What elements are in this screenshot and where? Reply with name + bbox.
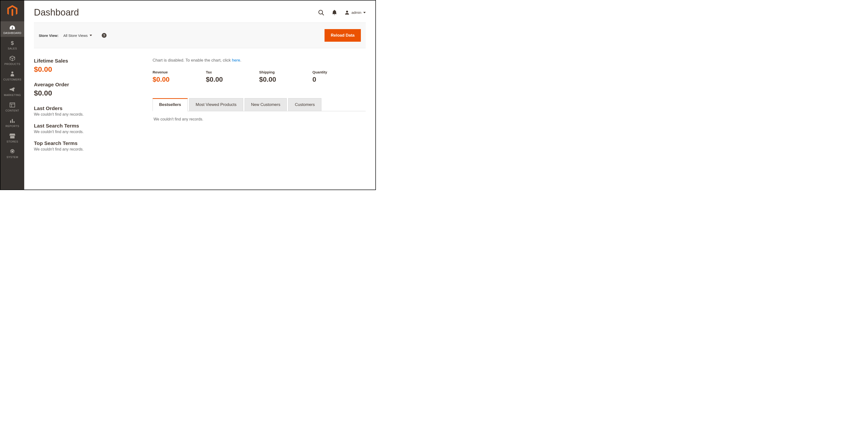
storefront-icon	[9, 133, 15, 139]
average-order-title: Average Order	[34, 82, 143, 88]
chart-notice-suffix: .	[240, 58, 242, 62]
total-quantity-label: Quantity	[312, 70, 366, 74]
bar-chart-icon	[10, 117, 15, 124]
dashboard-left-column: Lifetime Sales $0.00 Average Order $0.00…	[34, 58, 143, 158]
gear-icon	[10, 148, 15, 155]
svg-point-4	[319, 10, 322, 14]
tab-content-empty: We couldn't find any records.	[153, 111, 366, 127]
header-actions: admin	[318, 9, 366, 16]
magento-logo[interactable]	[0, 0, 24, 21]
megaphone-icon	[9, 86, 16, 93]
page-header: Dashboard admin	[34, 0, 366, 23]
total-shipping-label: Shipping	[259, 70, 312, 74]
tab-most-viewed-products[interactable]: Most Viewed Products	[189, 98, 243, 111]
last-search-terms-block: Last Search Terms We couldn't find any r…	[34, 123, 143, 134]
average-order-block: Average Order $0.00	[34, 82, 143, 97]
nav-dashboard[interactable]: DASHBOARD	[0, 21, 24, 37]
last-orders-block: Last Orders We couldn't find any records…	[34, 106, 143, 117]
nav-sales-label: SALES	[8, 47, 17, 50]
total-shipping: Shipping $0.00	[259, 70, 312, 83]
chart-notice-text: Chart is disabled. To enable the chart, …	[153, 58, 232, 62]
top-search-terms-block: Top Search Terms We couldn't find any re…	[34, 140, 143, 151]
dashboard-right-column: Chart is disabled. To enable the chart, …	[153, 58, 366, 158]
nav-products-label: PRODUCTS	[4, 62, 20, 65]
svg-text:$: $	[11, 40, 14, 46]
nav-marketing[interactable]: MARKETING	[0, 83, 24, 99]
nav-products[interactable]: PRODUCTS	[0, 52, 24, 68]
tab-new-customers[interactable]: New Customers	[245, 98, 287, 111]
top-search-terms-empty: We couldn't find any records.	[34, 147, 143, 151]
nav-marketing-label: MARKETING	[4, 94, 21, 96]
person-icon	[10, 71, 14, 77]
total-tax: Tax $0.00	[206, 70, 259, 83]
last-orders-title: Last Orders	[34, 106, 143, 111]
total-revenue-value: $0.00	[153, 76, 206, 83]
last-search-terms-empty: We couldn't find any records.	[34, 130, 143, 134]
nav-dashboard-label: DASHBOARD	[3, 31, 21, 34]
totals-row: Revenue $0.00 Tax $0.00 Shipping $0.00 Q…	[153, 70, 366, 83]
nav-content[interactable]: CONTENT	[0, 99, 24, 114]
lifetime-sales-block: Lifetime Sales $0.00	[34, 58, 143, 74]
nav-system-label: SYSTEM	[6, 156, 18, 158]
notifications-icon[interactable]	[332, 10, 337, 15]
lifetime-sales-title: Lifetime Sales	[34, 58, 143, 64]
svg-rect-2	[12, 119, 13, 123]
average-order-value: $0.00	[34, 89, 143, 97]
admin-user-name: admin	[351, 10, 361, 14]
help-icon[interactable]: ?	[102, 33, 106, 38]
top-search-terms-title: Top Search Terms	[34, 140, 143, 146]
nav-customers[interactable]: CUSTOMERS	[0, 68, 24, 83]
total-tax-label: Tax	[206, 70, 259, 74]
nav-content-label: CONTENT	[6, 109, 20, 112]
svg-rect-1	[10, 120, 11, 123]
dollar-icon: $	[10, 40, 14, 46]
dashboard-tabs: Bestsellers Most Viewed Products New Cus…	[153, 98, 366, 111]
total-quantity: Quantity 0	[312, 70, 366, 83]
admin-user-menu[interactable]: admin	[345, 10, 366, 15]
svg-line-5	[322, 13, 324, 15]
svg-rect-3	[13, 121, 14, 123]
nav-reports[interactable]: REPORTS	[0, 114, 24, 130]
store-view-label: Store View:	[39, 33, 58, 37]
nav-system[interactable]: SYSTEM	[0, 145, 24, 161]
store-view-select[interactable]: All Store Views	[63, 33, 92, 37]
reload-data-button[interactable]: Reload Data	[324, 29, 361, 42]
total-quantity-value: 0	[312, 76, 366, 83]
store-view-selected: All Store Views	[63, 33, 88, 37]
chevron-down-icon	[90, 35, 92, 36]
main-content: Dashboard admin Store View: All Store Vi…	[24, 0, 375, 189]
total-tax-value: $0.00	[206, 76, 259, 83]
nav-customers-label: CUSTOMERS	[3, 78, 22, 81]
nav-sales[interactable]: $ SALES	[0, 37, 24, 52]
admin-sidebar: DASHBOARD $ SALES PRODUCTS CUSTOMERS MAR…	[0, 0, 24, 189]
layout-icon	[10, 102, 15, 108]
tab-customers[interactable]: Customers	[288, 98, 321, 111]
store-view-controls: Store View: All Store Views ?	[39, 33, 106, 38]
chevron-down-icon	[363, 12, 366, 13]
page-title: Dashboard	[34, 7, 79, 18]
gauge-icon	[9, 24, 16, 31]
nav-stores[interactable]: STORES	[0, 130, 24, 145]
chart-disabled-notice: Chart is disabled. To enable the chart, …	[153, 58, 366, 63]
lifetime-sales-value: $0.00	[34, 65, 143, 74]
dashboard-body: Lifetime Sales $0.00 Average Order $0.00…	[34, 48, 366, 158]
last-orders-empty: We couldn't find any records.	[34, 112, 143, 117]
nav-stores-label: STORES	[6, 140, 18, 143]
total-revenue: Revenue $0.00	[153, 70, 206, 83]
search-icon[interactable]	[318, 9, 324, 16]
total-revenue-label: Revenue	[153, 70, 206, 74]
user-icon	[345, 10, 349, 15]
total-shipping-value: $0.00	[259, 76, 312, 83]
nav-reports-label: REPORTS	[6, 125, 19, 127]
magento-logo-icon	[7, 5, 18, 17]
chart-enable-link[interactable]: here	[232, 58, 240, 62]
last-search-terms-title: Last Search Terms	[34, 123, 143, 129]
cube-icon	[9, 55, 15, 62]
tab-bestsellers[interactable]: Bestsellers	[153, 98, 188, 111]
store-view-bar: Store View: All Store Views ? Reload Dat…	[34, 23, 366, 48]
